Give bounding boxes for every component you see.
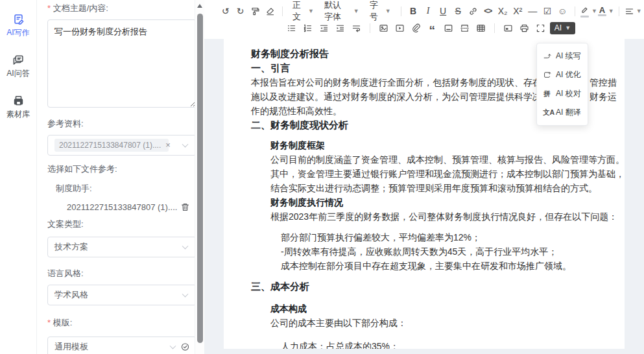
- caret-down-icon: ▼: [565, 25, 571, 31]
- highlight-color-button[interactable]: ▼: [580, 3, 597, 19]
- subscript-icon: X₂: [498, 6, 508, 16]
- underline-icon: U: [440, 6, 446, 16]
- ordered-list-icon: [303, 23, 313, 33]
- underline-button[interactable]: U: [436, 3, 450, 19]
- font-color-button[interactable]: A▼: [598, 3, 614, 19]
- divider-button[interactable]: [442, 20, 455, 36]
- table-button[interactable]: [474, 20, 488, 36]
- insert-video-button[interactable]: [393, 20, 407, 36]
- ai-menu-item-ai-translate[interactable]: 文AAI 翻译: [537, 103, 588, 122]
- clear-format-button[interactable]: [263, 3, 277, 19]
- bold-button[interactable]: B: [407, 3, 420, 19]
- format-painter-button[interactable]: [248, 3, 262, 19]
- topic-textarea[interactable]: [47, 19, 197, 108]
- editor-toolbar: ↺↻正文▼默认字体▼字号▼BIUS<>X₂X²—☑☺▼A▼▼ “AI▼: [204, 0, 644, 39]
- chevron-down-icon: [182, 291, 189, 298]
- inline-code-button[interactable]: <>: [481, 3, 495, 19]
- doc-heading: 财务制度执行情况: [251, 195, 617, 209]
- font-size-select[interactable]: 字号▼: [365, 3, 396, 19]
- doc-line: 根据2023年前三季度的财务数据，公司整体财务制度执行情况良好，但存在以下问题：: [251, 209, 617, 224]
- scrollbar-thumb[interactable]: [197, 14, 203, 343]
- superscript-button[interactable]: X²: [511, 3, 525, 19]
- caret-down-icon: ▼: [308, 8, 314, 14]
- reference-select[interactable]: 2021122715133847807 (1).... ×: [47, 135, 197, 156]
- strikethrough-button[interactable]: S: [451, 3, 465, 19]
- link-button[interactable]: [466, 3, 480, 19]
- blockquote-button[interactable]: “: [425, 20, 439, 36]
- indent-button[interactable]: [333, 20, 347, 36]
- redo-button[interactable]: ↻: [233, 3, 247, 19]
- page-break-button[interactable]: [458, 20, 471, 36]
- caret-down-icon: ▼: [636, 8, 642, 14]
- emoji-button[interactable]: ☺: [556, 3, 569, 19]
- print-icon: [519, 23, 529, 33]
- sidebar-item-ai-qa[interactable]: AI问答: [6, 54, 29, 79]
- print-button[interactable]: [518, 20, 531, 36]
- reference-file-row: 2021122715133847807 (1)....: [47, 202, 190, 212]
- sidebar-item-ai-writing[interactable]: AI写作: [6, 13, 29, 38]
- outdent-button[interactable]: [317, 20, 331, 36]
- ai-proofread-icon: 拼: [543, 89, 551, 99]
- ai-continue-icon: [543, 52, 551, 60]
- caret-down-icon: ▼: [608, 8, 614, 14]
- sidebar-item-label: AI写作: [6, 27, 29, 38]
- ai-button-label: AI: [555, 23, 562, 32]
- writing-form-panel: 文档主题/内容: 参考资料: 2021122715133847807 (1)..…: [37, 0, 195, 354]
- fullscreen-button[interactable]: [534, 20, 547, 36]
- undo-button[interactable]: ↺: [219, 3, 232, 19]
- code-block-button[interactable]: [501, 20, 515, 36]
- chevron-down-icon: [182, 141, 189, 148]
- bullet-list-button[interactable]: [285, 20, 298, 36]
- doc-line: 公司的成本主要由以下部分构成：: [251, 316, 617, 330]
- ai-dropdown-menu: AI 续写AI 优化拼AI 校对文AAI 翻译: [536, 43, 588, 126]
- sidebar-item-label: 素材库: [6, 109, 30, 120]
- doc-line: 部分部门预算执行偏差较大，平均偏差率为12%；: [251, 230, 617, 244]
- ai-menu-item-ai-proofread[interactable]: 拼AI 校对: [537, 84, 588, 103]
- attachment-button[interactable]: [409, 20, 423, 36]
- doc-line: 结合实际支出进行动态调整；预算管理则采用年度预算和滚动预算相结合的方式。: [251, 181, 617, 195]
- topic-label: 文档主题/内容:: [47, 3, 190, 14]
- doc-line: -周转效率有待提高，应收账款周转天数为45天，高于行业平均水平；: [251, 244, 617, 259]
- doc-heading: 三、成本分析: [251, 279, 617, 294]
- caret-down-icon: ▼: [385, 8, 391, 14]
- inline-code-icon: <>: [484, 6, 492, 16]
- ordered-list-button[interactable]: [301, 20, 315, 36]
- language-style-value: 学术风格: [54, 289, 88, 301]
- tag-remove-icon[interactable]: ×: [165, 142, 171, 148]
- chevron-down-icon: [182, 243, 189, 250]
- ai-menu-item-label: AI 续写: [556, 51, 581, 62]
- app-sidebar: AI写作 AI问答 素材库: [0, 0, 37, 354]
- doc-heading: 财务制度框架: [251, 138, 617, 152]
- line-wrap-button[interactable]: [350, 20, 363, 36]
- task-checkbox-button[interactable]: ☑: [541, 3, 555, 19]
- align-button[interactable]: ▼: [625, 3, 641, 19]
- delete-file-icon[interactable]: [180, 202, 190, 212]
- template-label: 模版:: [47, 317, 190, 329]
- italic-button[interactable]: I: [422, 3, 435, 19]
- language-style-select[interactable]: 学术风格: [47, 285, 197, 305]
- reference-file-tag[interactable]: 2021122715133847807 (1).... ×: [54, 139, 169, 152]
- language-style-label: 语言风格:: [47, 268, 190, 279]
- reference-file-name: 2021122715133847807 (1)....: [67, 202, 177, 212]
- format-painter-icon: [250, 6, 260, 16]
- ai-menu-button[interactable]: AI▼: [550, 22, 575, 34]
- doc-line: 成本控制在部分项目中存在超支现象，主要集中在研发和市场推广领域。: [251, 259, 617, 273]
- paragraph-style-select[interactable]: 正文▼: [288, 3, 318, 19]
- sidebar-item-material-library[interactable]: 素材库: [6, 95, 30, 120]
- ai-menu-item-ai-continue[interactable]: AI 续写: [537, 47, 588, 65]
- doc-type-select[interactable]: 技术方案: [47, 237, 197, 257]
- ai-menu-item-label: AI 优化: [556, 69, 581, 80]
- panel-scrollbar[interactable]: [195, 0, 204, 354]
- scrollbar-up-arrow-icon[interactable]: [197, 4, 202, 8]
- template-select[interactable]: 通用模板: [47, 336, 197, 354]
- outdent-icon: [319, 23, 329, 33]
- bold-icon: B: [410, 6, 416, 16]
- font-family-select[interactable]: 默认字体▼: [320, 3, 364, 19]
- subscript-button[interactable]: X₂: [496, 3, 510, 19]
- horizontal-rule-button[interactable]: —: [526, 3, 540, 19]
- ai-menu-item-label: AI 翻译: [556, 107, 581, 118]
- insert-image-button[interactable]: [377, 20, 390, 36]
- redo-icon: ↻: [237, 6, 244, 16]
- doc-line: 其中，资金管理主要通过银行账户管理和现金流预测进行；成本控制以部门预算为基础，: [251, 167, 617, 181]
- ai-menu-item-ai-optimize[interactable]: AI 优化: [537, 65, 588, 84]
